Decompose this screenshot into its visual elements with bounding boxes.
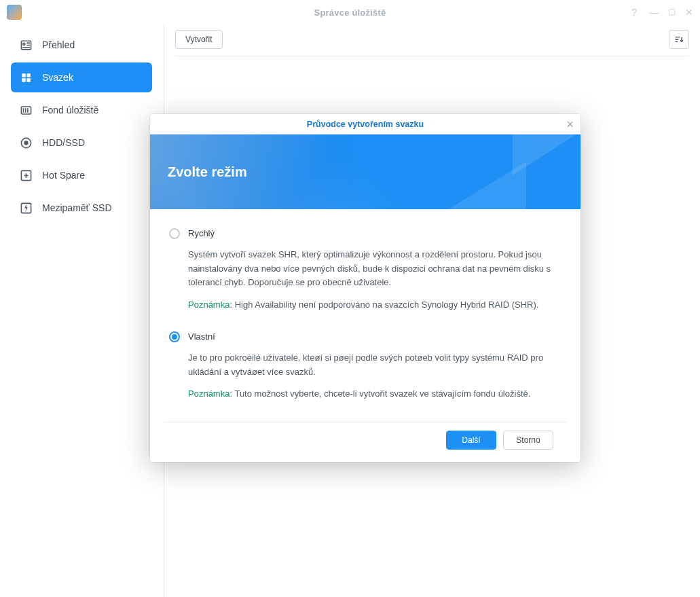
note-key: Poznámka: [188, 300, 229, 310]
sidebar-item-label: Přehled: [42, 39, 75, 50]
note-text: Tuto možnost vyberte, chcete-li vytvořit…: [234, 388, 530, 399]
mode-option-custom: Vlastní Je to pro pokroèilé uživatele, k…: [169, 327, 561, 416]
radio-custom[interactable]: [169, 331, 180, 342]
modal-footer: Další Storno: [164, 422, 567, 462]
svg-rect-3: [26, 73, 31, 77]
option-note: Poznámka: Tuto možnost vyberte, chcete-l…: [188, 387, 561, 401]
volume-icon: [19, 71, 33, 84]
radio-quick[interactable]: [169, 228, 180, 239]
app-icon: [7, 5, 22, 20]
svg-rect-4: [22, 78, 26, 82]
mode-option-quick: Rychlý Systém vytvoří svazek SHR, který …: [169, 224, 561, 327]
svg-rect-5: [26, 78, 31, 82]
option-description: Systém vytvoří svazek SHR, který optimal…: [188, 248, 561, 290]
sidebar-item-label: Mezipaměť SSD: [42, 202, 112, 213]
note-text: High Availability není podporováno na sv…: [235, 300, 539, 310]
volume-creation-wizard: Průvodce vytvořením svazku × Zvolte reži…: [150, 114, 581, 462]
svg-point-1: [22, 43, 24, 45]
overview-icon: [19, 38, 33, 52]
modal-header: Průvodce vytvořením svazku ×: [150, 114, 581, 134]
modal-banner: Zvolte režim: [150, 134, 581, 209]
maximize-icon[interactable]: ▢: [668, 7, 676, 18]
sidebar-item-hot-spare[interactable]: Hot Spare: [11, 160, 152, 190]
sidebar-item-hdd-ssd[interactable]: HDD/SSD: [11, 128, 152, 158]
note-key: Poznámka: [188, 388, 229, 399]
option-label: Vlastní: [188, 330, 215, 344]
sidebar-item-storage-pool[interactable]: Fond úložiště: [11, 95, 152, 125]
sidebar-item-volume[interactable]: Svazek: [11, 62, 152, 92]
option-note: Poznámka: High Availability není podporo…: [188, 298, 561, 312]
hot-spare-icon: [19, 168, 33, 182]
storage-pool-icon: [19, 103, 33, 117]
svg-rect-2: [22, 73, 26, 77]
sidebar-item-ssd-cache[interactable]: Mezipaměť SSD: [11, 193, 152, 223]
minimize-icon[interactable]: —: [649, 7, 659, 18]
option-description: Je to pro pokroèilé uživatele, kteøí si …: [188, 351, 561, 380]
ssd-cache-icon: [19, 201, 33, 215]
svg-point-8: [24, 141, 28, 145]
close-window-icon[interactable]: ✕: [685, 7, 693, 18]
window-titlebar: Správce úložiště ? — ▢ ✕: [0, 0, 700, 24]
sidebar-item-label: Svazek: [42, 72, 73, 83]
sort-button[interactable]: [669, 30, 689, 49]
create-button[interactable]: Vytvořit: [175, 30, 223, 49]
sidebar-item-label: Hot Spare: [42, 170, 85, 181]
next-button[interactable]: Další: [446, 431, 496, 450]
window-title: Správce úložiště: [314, 7, 386, 18]
sidebar-item-label: HDD/SSD: [42, 137, 85, 148]
banner-title: Zvolte režim: [168, 164, 247, 180]
option-label: Rychlý: [188, 227, 215, 241]
modal-body: Rychlý Systém vytvoří svazek SHR, který …: [150, 209, 581, 422]
help-icon[interactable]: ?: [631, 7, 637, 18]
sidebar-item-overview[interactable]: Přehled: [11, 30, 152, 60]
cancel-button[interactable]: Storno: [503, 431, 553, 450]
close-icon[interactable]: ×: [566, 118, 574, 130]
toolbar: Vytvořit: [175, 30, 689, 56]
sidebar: Přehled Svazek Fond úložiště HDD/SSD Hot…: [0, 24, 164, 597]
modal-title: Průvodce vytvořením svazku: [307, 120, 424, 129]
sort-icon: [674, 34, 684, 45]
disk-icon: [19, 136, 33, 149]
sidebar-item-label: Fond úložiště: [42, 105, 98, 115]
